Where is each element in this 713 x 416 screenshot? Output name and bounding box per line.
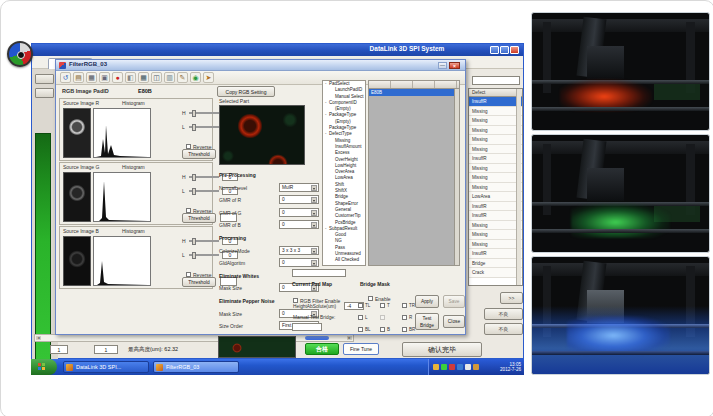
ime-icon[interactable] — [473, 364, 479, 370]
status-value-2[interactable]: 1 — [94, 345, 118, 354]
record-icon[interactable]: ● — [112, 72, 123, 83]
column-header[interactable] — [391, 81, 413, 88]
start-button[interactable] — [31, 359, 57, 375]
chevron-down-icon[interactable] — [311, 185, 317, 191]
bridge-mask-cell[interactable]: B — [380, 323, 402, 335]
pass-button[interactable]: 合格 — [305, 343, 339, 355]
param-dropdown[interactable]: 3 x 3 x 3 — [279, 246, 319, 255]
scroll-right-arrow[interactable]: ► — [347, 336, 352, 340]
table-row[interactable]: Missing — [469, 173, 522, 183]
table-row[interactable]: Missing — [469, 107, 522, 117]
table-row[interactable]: InsuffR — [469, 202, 522, 212]
bridge-mask-cell[interactable]: T — [380, 299, 402, 311]
h-slider[interactable] — [189, 240, 219, 242]
mark-ng-button[interactable]: 不良 — [484, 308, 523, 320]
bridge-mask-cell[interactable]: BL — [358, 323, 380, 335]
apply-button[interactable]: Apply — [415, 295, 439, 308]
rgb-filter-checkbox[interactable] — [293, 298, 298, 303]
param-dropdown[interactable]: 0 — [279, 220, 319, 229]
table-row[interactable]: Missing — [469, 221, 522, 231]
l-slider[interactable] — [189, 190, 219, 192]
board-ng-button[interactable]: 不良 — [484, 323, 523, 335]
threshold-button[interactable]: Threshold — [182, 213, 216, 223]
expand-button[interactable]: >> — [500, 292, 523, 304]
confirm-complete-button[interactable]: 确认完毕 — [402, 342, 482, 357]
defect-table-scrollbar[interactable] — [516, 89, 521, 285]
table-row[interactable]: Missing — [469, 183, 522, 193]
param-dropdown[interactable]: MulR — [279, 183, 319, 192]
dialog-titlebar[interactable]: FilterRGB_03 — × — [56, 60, 465, 71]
selected-pad-row[interactable]: E80B — [369, 89, 459, 96]
manual-test-bridge-input[interactable] — [292, 323, 322, 331]
chevron-down-icon[interactable] — [311, 260, 317, 266]
grid-view-icon[interactable]: ▦ — [138, 72, 149, 83]
dialog-minimize-button[interactable]: — — [438, 62, 447, 69]
camera-icon[interactable]: ▣ — [99, 72, 110, 83]
message-icon[interactable] — [433, 364, 439, 370]
scrollbar-thumb[interactable] — [305, 336, 329, 340]
param-dropdown[interactable]: 0 — [279, 208, 319, 217]
table-row[interactable]: Missing — [469, 164, 522, 174]
column-header[interactable] — [435, 81, 457, 88]
threshold-button[interactable]: Threshold — [182, 277, 216, 287]
maximize-button[interactable] — [500, 46, 509, 54]
table-row[interactable]: Missing — [469, 230, 522, 240]
bridge-mask-cell[interactable] — [380, 311, 402, 323]
sidebar-button-2[interactable] — [35, 88, 54, 98]
dialog-close-button[interactable]: × — [449, 62, 460, 69]
padid-table[interactable]: E80B — [368, 80, 460, 266]
close-button[interactable] — [510, 46, 519, 54]
pencil-icon[interactable]: ✎ — [177, 72, 188, 83]
scroll-left-arrow[interactable]: ◄ — [36, 336, 41, 340]
table-row[interactable]: Crack — [469, 268, 522, 278]
table-row[interactable]: InsuffR — [469, 97, 522, 107]
table-row[interactable]: Missing — [469, 116, 522, 126]
chevron-down-icon[interactable] — [311, 222, 317, 228]
open-folder-icon[interactable]: ▤ — [73, 72, 84, 83]
minimize-button[interactable] — [490, 46, 499, 54]
padid-tree[interactable]: -PadSelectLaunchPadIDManual Select-Compo… — [322, 80, 366, 266]
table-row[interactable]: InsuffR — [469, 249, 522, 259]
column-header[interactable] — [413, 81, 435, 88]
threshold-button[interactable]: Threshold — [182, 149, 216, 159]
h-slider[interactable] — [189, 176, 219, 178]
result-count-field[interactable] — [472, 76, 520, 85]
close-dialog-button[interactable]: Close — [443, 315, 465, 328]
l-slider[interactable] — [189, 254, 219, 256]
table-row[interactable]: Missing — [469, 240, 522, 250]
defect-result-table[interactable]: Defect InsuffRMissingMissingMissingMissi… — [468, 88, 523, 286]
h-slider[interactable] — [189, 112, 219, 114]
chevron-down-icon[interactable] — [311, 197, 317, 203]
table-row[interactable]: LowArea — [469, 192, 522, 202]
bridge-mask-cell[interactable]: TL — [358, 299, 380, 311]
refresh-icon[interactable]: ↺ — [60, 72, 71, 83]
sidebar-button-1[interactable] — [35, 74, 54, 84]
bridge-mask-cell[interactable]: L — [358, 311, 380, 323]
help-icon[interactable]: ➤ — [203, 72, 214, 83]
horizontal-scrollbar[interactable]: ◄ ► — [34, 334, 354, 342]
status-value-1[interactable]: 1 — [50, 345, 68, 354]
table-row[interactable]: Bridge — [469, 259, 522, 269]
taskbar-app-filterrgb[interactable]: FilterRGB_03 — [153, 361, 239, 373]
tree-item[interactable]: All Checked — [323, 257, 365, 263]
table-row[interactable]: InsuffR — [469, 211, 522, 221]
alert-icon[interactable] — [449, 364, 455, 370]
chevron-down-icon[interactable] — [311, 248, 317, 254]
table-row[interactable]: Missing — [469, 126, 522, 136]
compare-icon[interactable]: ◫ — [151, 72, 162, 83]
palette-icon[interactable]: ◉ — [190, 72, 201, 83]
chevron-down-icon[interactable] — [311, 210, 317, 216]
table-row[interactable]: Missing — [469, 135, 522, 145]
param-dropdown[interactable]: 0 — [279, 258, 319, 267]
fine-tune-button[interactable]: Fine Tune — [343, 343, 379, 355]
save-icon[interactable]: ▦ — [86, 72, 97, 83]
volume-icon[interactable] — [465, 364, 471, 370]
padid-table-scrollbar[interactable] — [454, 89, 459, 265]
table-row[interactable]: InsuffR — [469, 154, 522, 164]
save-button[interactable]: Save — [443, 295, 465, 308]
network-icon[interactable] — [457, 364, 463, 370]
select-region-icon[interactable]: ◧ — [125, 72, 136, 83]
copy-rgb-setting-button[interactable]: Copy RGB Setting — [217, 86, 275, 97]
l-slider[interactable] — [189, 126, 219, 128]
test-bridge-button[interactable]: Test Bridge — [415, 313, 439, 330]
